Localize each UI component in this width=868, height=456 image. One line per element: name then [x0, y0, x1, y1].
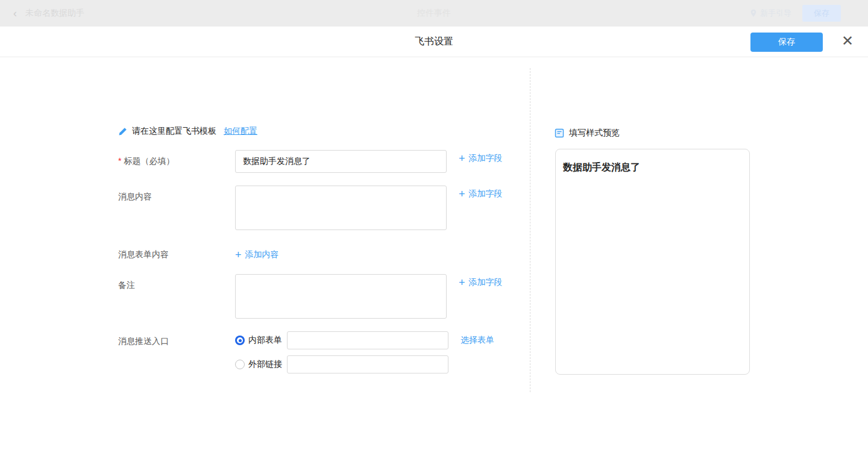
save-button[interactable]: 保存 — [750, 33, 823, 52]
topbar-center-title: 控件事件 — [0, 8, 868, 19]
form-preview-icon — [555, 128, 564, 138]
push-entry-row: 消息推送入口 内部表单 选择表单 外部链接 — [118, 331, 494, 373]
internal-form-input[interactable] — [287, 331, 448, 349]
external-link-line: 外部链接 — [235, 355, 494, 373]
internal-form-radio[interactable] — [235, 336, 245, 345]
external-link-input[interactable] — [287, 355, 448, 373]
modal-body: 请在这里配置飞书模板 如何配置 *标题（必填） + 添加字段 消息内容 + 添加… — [0, 57, 868, 456]
feishu-settings-modal: 飞书设置 保存 ✕ 请在这里配置飞书模板 如何配置 *标题（必填） + 添加字段… — [0, 27, 868, 456]
plus-icon: + — [235, 251, 242, 259]
message-content-row: 消息内容 + 添加字段 — [118, 186, 503, 230]
plus-icon: + — [459, 154, 465, 163]
required-asterisk: * — [118, 156, 121, 166]
config-hint-text: 请在这里配置飞书模板 — [132, 126, 216, 137]
how-to-configure-link[interactable]: 如何配置 — [224, 126, 257, 137]
topbar-save-button[interactable]: 保存 — [802, 5, 841, 22]
pin-icon — [750, 9, 757, 17]
message-add-field-link[interactable]: + 添加字段 — [459, 186, 503, 196]
preview-card: 数据助手发消息了 — [555, 149, 750, 375]
plus-icon: + — [459, 278, 465, 287]
remark-add-field-link[interactable]: + 添加字段 — [459, 274, 503, 285]
close-icon[interactable]: ✕ — [841, 35, 854, 48]
message-content-label: 消息内容 — [118, 186, 235, 230]
message-form-content-label: 消息表单内容 — [118, 249, 235, 260]
modal-title: 飞书设置 — [0, 27, 868, 57]
title-input[interactable] — [235, 150, 447, 173]
message-content-textarea[interactable] — [235, 186, 447, 230]
preview-header: 填写样式预览 — [555, 128, 620, 139]
guide-label: 新手引导 — [760, 8, 791, 19]
config-hint-row: 请在这里配置飞书模板 如何配置 — [118, 126, 257, 137]
guide-link[interactable]: 新手引导 — [750, 8, 791, 19]
modal-header: 飞书设置 保存 ✕ — [0, 27, 868, 57]
internal-form-line: 内部表单 选择表单 — [235, 331, 494, 349]
title-add-field-link[interactable]: + 添加字段 — [459, 150, 503, 161]
internal-form-label[interactable]: 内部表单 — [248, 335, 282, 346]
message-form-content-row: 消息表单内容 + 添加内容 — [118, 249, 279, 260]
add-content-link[interactable]: + 添加内容 — [235, 249, 279, 260]
external-link-radio[interactable] — [235, 360, 245, 369]
push-entry-label: 消息推送入口 — [118, 331, 235, 373]
title-field-row: *标题（必填） + 添加字段 — [118, 150, 503, 173]
remark-textarea[interactable] — [235, 274, 447, 319]
vertical-dashed-divider — [530, 68, 530, 392]
plus-icon: + — [459, 190, 465, 198]
remark-row: 备注 + 添加字段 — [118, 274, 503, 319]
remark-label: 备注 — [118, 274, 235, 319]
select-form-link[interactable]: 选择表单 — [461, 335, 494, 346]
topbar: ‹ 未命名数据助手 控件事件 新手引导 保存 — [0, 0, 868, 27]
preview-header-label: 填写样式预览 — [569, 128, 620, 139]
pencil-icon — [118, 127, 127, 136]
preview-card-title: 数据助手发消息了 — [563, 161, 742, 174]
external-link-label[interactable]: 外部链接 — [248, 359, 282, 370]
title-label: *标题（必填） — [118, 150, 235, 173]
